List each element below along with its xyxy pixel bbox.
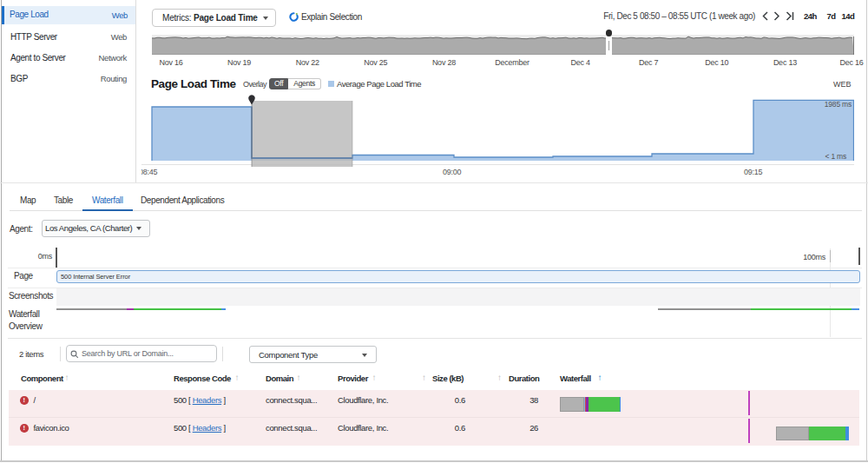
svg-text:1985 ms: 1985 ms: [825, 100, 852, 109]
svg-text:< 1 ms: < 1 ms: [825, 152, 846, 161]
